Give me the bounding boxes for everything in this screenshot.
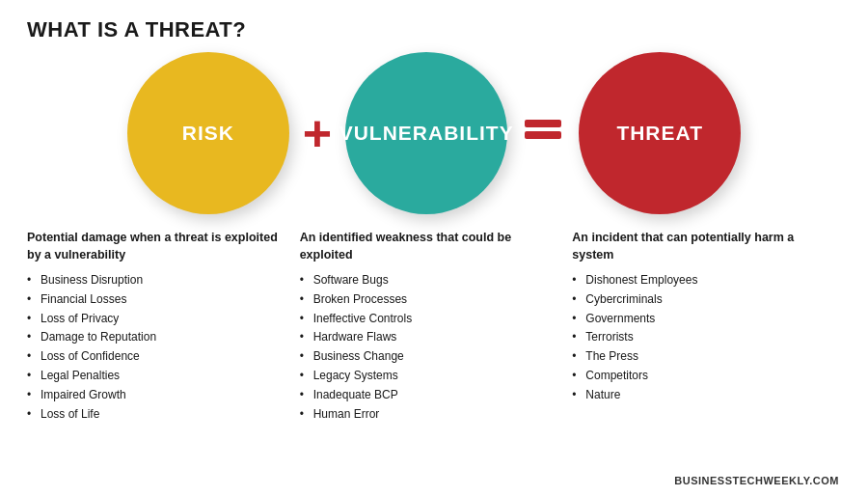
vulnerability-list: Software BugsBroken ProcessesIneffective… [300,271,557,424]
list-item: Loss of Confidence [27,347,285,367]
footer: BUSINESSTECHWEEKLY.COM [27,475,841,486]
list-item: Business Disruption [27,271,285,290]
vulnerability-col: VULNERABILITY [345,52,507,214]
risk-description: Potential damage when a threat is exploi… [27,230,285,263]
brand-tld: .COM [809,475,839,486]
risk-col: RISK [127,52,289,214]
brand-name: BUSINESSTECHWEEKLY [674,475,809,486]
list-item: Inadequate BCP [300,386,557,405]
vulnerability-circle: VULNERABILITY [345,52,507,214]
list-item: Business Change [300,347,557,367]
list-item: Terrorists [572,328,829,347]
risk-circle: RISK [127,52,289,214]
list-item: Legacy Systems [300,367,557,386]
risk-content: Potential damage when a threat is exploi… [27,230,296,471]
content-row: Potential damage when a threat is exploi… [27,230,841,471]
page-container: WHAT IS A THREAT? RISK + VULNERABILITY T… [0,0,868,496]
vulnerability-content: An identified weakness that could be exp… [296,230,569,471]
list-item: Governments [572,310,829,329]
list-item: Legal Penalties [27,367,285,386]
list-item: Nature [572,386,829,405]
page-title: WHAT IS A THREAT? [27,17,841,42]
threat-circle: THREAT [579,52,741,214]
list-item: Software Bugs [300,271,557,290]
list-item: Broken Processes [300,290,557,310]
list-item: Competitors [572,367,829,386]
threat-col: THREAT [579,52,741,214]
vulnerability-label: VULNERABILITY [339,122,514,145]
equals-bar-top [525,120,561,127]
vulnerability-description: An identified weakness that could be exp… [300,230,557,263]
list-item: Dishonest Employees [572,271,829,290]
risk-label: RISK [182,122,234,145]
list-item: Damage to Reputation [27,328,285,347]
list-item: Ineffective Controls [300,310,557,329]
list-item: Loss of Privacy [27,310,285,329]
threat-description: An incident that can potentially harm a … [572,230,829,263]
list-item: The Press [572,347,829,367]
threat-content: An incident that can potentially harm a … [568,230,841,471]
list-item: Cybercriminals [572,290,829,310]
list-item: Impaired Growth [27,386,285,405]
risk-list: Business DisruptionFinancial LossesLoss … [27,271,285,424]
list-item: Hardware Flaws [300,328,557,347]
threat-list: Dishonest EmployeesCybercriminalsGovernm… [572,271,829,405]
list-item: Loss of Life [27,405,285,425]
plus-operator: + [303,108,332,158]
list-item: Financial Losses [27,290,285,310]
list-item: Human Error [300,405,557,425]
diagram-row: RISK + VULNERABILITY THREAT [27,52,841,214]
equals-operator [525,120,561,139]
equals-bar-bottom [525,131,561,139]
threat-label: THREAT [616,122,703,145]
